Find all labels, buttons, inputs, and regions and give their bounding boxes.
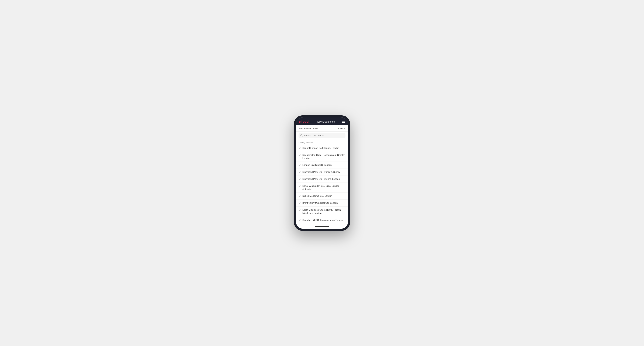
course-name: North Middlesex GC (1011942 - North Midd… bbox=[302, 208, 346, 215]
course-name: Brent Valley Municipal GC, London bbox=[302, 201, 338, 204]
find-label: Find a Golf Course bbox=[298, 127, 318, 130]
pin-icon bbox=[298, 185, 301, 188]
pin-icon bbox=[298, 202, 301, 205]
app-logo: clippd bbox=[299, 120, 309, 124]
search-box bbox=[298, 133, 346, 138]
course-name: Coombe Hill GC, Kingston upon Thames bbox=[302, 218, 344, 222]
search-input[interactable] bbox=[304, 134, 344, 137]
menu-icon[interactable] bbox=[342, 121, 345, 123]
list-item[interactable]: Royal Wimbledon GC, Great London Authori… bbox=[296, 183, 348, 193]
search-icon bbox=[300, 134, 302, 137]
course-name: Richmond Park GC - Duke's, London bbox=[302, 177, 340, 180]
course-name: Royal Wimbledon GC, Great London Authori… bbox=[302, 184, 346, 191]
phone-frame: clippd Recent Searches Find a Golf Cours… bbox=[294, 115, 350, 231]
pin-icon bbox=[298, 194, 301, 198]
phone-screen: clippd Recent Searches Find a Golf Cours… bbox=[296, 118, 348, 229]
pin-icon bbox=[298, 219, 301, 222]
course-name: London Scottish GC, London bbox=[302, 164, 332, 167]
header-title: Recent Searches bbox=[316, 120, 334, 123]
course-name: Richmond Park GC - Prince's, Surrey bbox=[302, 171, 340, 173]
list-item[interactable]: Coombe Hill GC, Kingston upon Thames bbox=[296, 217, 348, 224]
pin-icon bbox=[298, 164, 301, 167]
course-name: Roehampton Club - Roehampton, Greater Lo… bbox=[302, 154, 346, 160]
list-item[interactable]: Richmond Park GC - Duke's, London bbox=[296, 176, 348, 183]
list-item[interactable]: Richmond Park GC - Prince's, Surrey bbox=[296, 169, 348, 176]
pin-icon bbox=[298, 171, 301, 174]
svg-line-1 bbox=[302, 136, 302, 136]
pin-icon bbox=[298, 209, 301, 212]
search-container bbox=[296, 132, 348, 140]
pin-icon bbox=[298, 147, 301, 150]
list-item[interactable]: North Middlesex GC (1011942 - North Midd… bbox=[296, 207, 348, 217]
list-item[interactable]: London Scottish GC, London bbox=[296, 162, 348, 169]
nearby-courses-section: Nearby courses Central London Golf Centr… bbox=[296, 140, 348, 225]
course-name: Central London Golf Centre, London bbox=[302, 147, 339, 150]
home-bar bbox=[315, 226, 329, 227]
list-item[interactable]: Central London Golf Centre, London bbox=[296, 145, 348, 152]
pin-icon bbox=[298, 178, 301, 181]
app-header: clippd Recent Searches bbox=[296, 118, 348, 125]
cancel-button[interactable]: Cancel bbox=[338, 127, 346, 130]
list-item[interactable]: Brent Valley Municipal GC, London bbox=[296, 200, 348, 207]
list-item[interactable]: Roehampton Club - Roehampton, Greater Lo… bbox=[296, 152, 348, 162]
course-name: Dukes Meadows GC, London bbox=[302, 194, 332, 197]
find-bar: Find a Golf Course Cancel bbox=[296, 125, 348, 132]
home-indicator bbox=[296, 225, 348, 229]
nearby-label: Nearby courses bbox=[296, 140, 348, 145]
pin-icon bbox=[298, 154, 301, 157]
list-item[interactable]: Dukes Meadows GC, London bbox=[296, 193, 348, 200]
